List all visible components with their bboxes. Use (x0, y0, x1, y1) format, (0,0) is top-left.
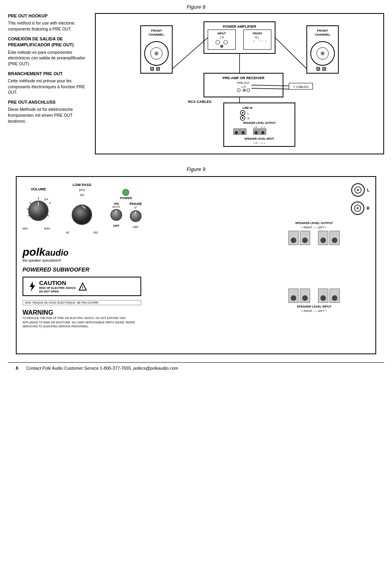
lowpass-label: LOW PASS (66, 183, 98, 187)
svg-line-66 (172, 38, 208, 69)
r-connector-svg (350, 201, 365, 215)
svg-text:–: – (322, 65, 324, 67)
warning-section: WARNING TO REDUCE THE RISK OF FIRE OR EL… (23, 309, 251, 329)
figure9-title: Figure 9 (8, 166, 384, 172)
volume-min: MIN (23, 227, 28, 230)
svg-point-40 (247, 89, 250, 92)
svg-point-49 (242, 112, 244, 114)
in-term-3 (318, 289, 328, 303)
output-left-terminals (318, 231, 340, 245)
svg-point-39 (243, 89, 246, 92)
figure8-diagram: FRONT CHANNEL + – POWER AMPLIFIER INPUT … (95, 13, 384, 154)
terminal-gap (312, 231, 316, 245)
volume-min-max: MIN MAX (23, 227, 50, 230)
svg-text:!: ! (82, 285, 83, 290)
polk-logo-section: polkaudio the speaker specialists® (23, 246, 251, 262)
svg-point-61 (242, 131, 245, 134)
svg-point-38 (237, 89, 241, 92)
svg-text:L    R: L R (220, 36, 224, 39)
in-term-4 (330, 289, 340, 303)
mid-spacer (259, 251, 369, 283)
svg-point-95 (356, 207, 359, 209)
caution-line1: RISK OF ELECTRIC SHOCK (39, 286, 76, 290)
input-terminal-blocks (259, 289, 369, 303)
figure8-wrapper: PRE OUT HOOKUP This method is for use wi… (8, 13, 384, 154)
caution-triangle-icon: ! (78, 282, 87, 291)
r-connector-row: R (350, 201, 369, 215)
l-connector-svg (351, 183, 365, 197)
footer: 8 Contact Polk Audio Customer Service 1-… (8, 362, 384, 374)
power-led-icon (122, 188, 130, 196)
phase-knob-svg (129, 209, 142, 223)
off-label: OFF (110, 224, 123, 228)
svg-marker-87 (30, 281, 35, 292)
volume-max: MAX (44, 227, 50, 230)
output-terminal-blocks (259, 231, 369, 245)
speaker-output-label: SPEAKER LEVEL OUTPUT (259, 221, 369, 225)
polk-tagline: the speaker specialists® (23, 258, 251, 262)
footer-page: 8 (16, 366, 18, 370)
svg-line-67 (275, 38, 307, 69)
caution-bottom-text: AVIS: RISQUE DE CHOC ÉLECTRIQUE. NE PAS … (23, 300, 141, 305)
caution-text-block: CAUTION RISK OF ELECTRIC SHOCK DO NOT OP… (39, 279, 76, 293)
phase-section: PHASE 0° (129, 202, 142, 229)
pre-out-hookup-heading: PRE OUT HOOKUP (8, 13, 87, 19)
power-section: POWER ON AUTO (110, 188, 142, 229)
branchement-text: Cette méthode est prévue pour les compos… (8, 78, 87, 95)
polk-text: polk (23, 246, 45, 258)
phase-label: PHASE (129, 202, 142, 206)
svg-line-72 (49, 202, 51, 204)
svg-text:–   –: – – (259, 40, 263, 42)
svg-text:FRONT: FRONT (317, 29, 328, 32)
speaker-output-sublabel: + RIGHT – – LEFT + (259, 226, 369, 229)
fig9-right-panel: L R SPEAKER LEVEL OUTPUT (259, 183, 369, 329)
output-right-terminals (288, 231, 310, 245)
svg-line-75 (46, 198, 48, 200)
l-label: L (367, 188, 369, 192)
svg-point-80 (72, 205, 92, 225)
branchement-heading: BRANCHEMENT PRE OUT (8, 71, 87, 77)
power-label: POWER (120, 196, 132, 200)
in-term-2 (300, 289, 310, 303)
speaker-output-section: SPEAKER LEVEL OUTPUT + RIGHT – – LEFT + (259, 221, 369, 245)
figure8-title: Figure 8 (8, 4, 384, 10)
svg-text:Y CABLES: Y CABLES (293, 85, 309, 89)
volume-knob-svg (23, 193, 54, 225)
svg-text:+ R – – L +: + R – – L + (254, 142, 265, 144)
out-term-1 (288, 231, 299, 245)
fig9-left-panel: VOLUME (23, 183, 251, 329)
svg-text:+: + (265, 40, 267, 42)
on-auto-off-phase: ON AUTO (110, 202, 142, 229)
lowpass-control: LOW PASS (Hz) 100 (66, 183, 98, 234)
anschluss-heading: PRE OUT-ANSCHLUSS (8, 99, 87, 105)
warning-text: TO REDUCE THE RISK OF FIRE OR ELECTRIC S… (23, 316, 141, 329)
input-left-terminals (318, 289, 340, 303)
svg-point-63 (261, 131, 265, 134)
svg-line-71 (45, 198, 45, 200)
svg-text:CHANNEL: CHANNEL (315, 33, 330, 36)
controls-row: VOLUME (23, 183, 251, 234)
svg-point-82 (123, 189, 129, 196)
pre-out-hookup-text: This method is for use with electonic co… (8, 20, 87, 32)
caution-box: CAUTION RISK OF ELECTRIC SHOCK DO NOT OP… (23, 277, 141, 296)
phase-0: 0° (129, 206, 142, 209)
svg-text:INPUT: INPUT (218, 32, 226, 35)
svg-text:R    L: R L (255, 36, 259, 39)
conexion-text: Este método es para componentes electrón… (8, 49, 87, 67)
in-term-1 (288, 289, 299, 303)
speaker-input-sublabel: + RIGHT – – LEFT + (259, 310, 369, 312)
svg-line-73 (30, 202, 31, 204)
svg-text:POWER AMPLIFIER: POWER AMPLIFIER (223, 25, 256, 28)
conexion-heading: CONEXIÓN DE SALIDA DE PREAMPLIFICADOR (P… (8, 36, 87, 48)
out-term-4 (330, 231, 340, 245)
svg-point-15 (216, 40, 220, 44)
svg-text:R: R (248, 117, 250, 120)
polk-logo: polkaudio (23, 246, 251, 258)
figure9-diagram: VOLUME (16, 176, 376, 354)
svg-text:FRONT: FRONT (151, 29, 162, 32)
bottom-left-content: polkaudio the speaker specialists® POWER… (23, 246, 251, 329)
on-label: ON (110, 202, 123, 205)
svg-text:–: – (156, 65, 157, 67)
svg-point-16 (224, 40, 228, 44)
svg-text:CHANNEL: CHANNEL (149, 33, 164, 36)
